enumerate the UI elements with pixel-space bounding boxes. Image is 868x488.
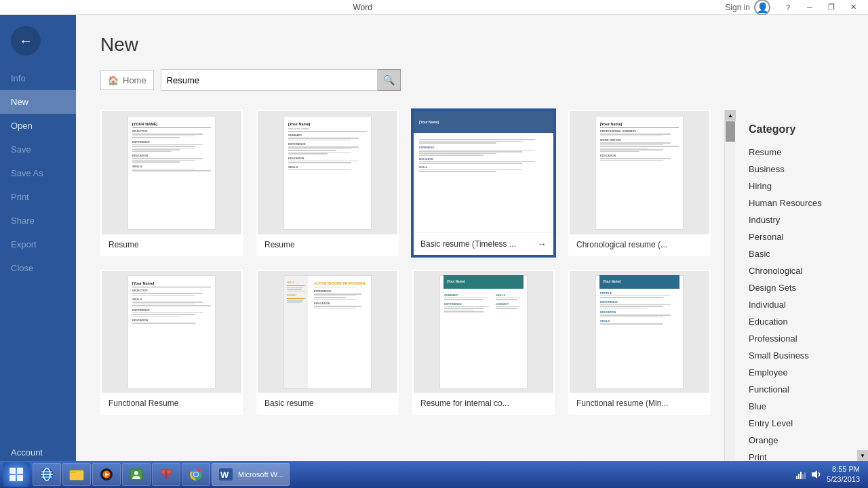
restore-button[interactable]: ❐ xyxy=(822,1,841,14)
mini-resume-basic: SKILLS CONTACT xyxy=(283,275,372,389)
taskbar-items: W Microsoft W... xyxy=(33,463,790,486)
mini-resume-chron: [Your Name] PROFESSIONAL SUMMARY WORK HI… xyxy=(595,116,684,230)
home-icon: 🏠 xyxy=(108,75,119,85)
svg-text:W: W xyxy=(220,470,229,480)
home-button[interactable]: 🏠 Home xyxy=(100,70,154,90)
sidebar-item-open[interactable]: Open xyxy=(0,114,76,138)
taskbar-item-word[interactable]: W Microsoft W... xyxy=(212,463,290,486)
taskbar-item-media[interactable] xyxy=(92,463,121,486)
template-card-basic[interactable]: SKILLS CONTACT xyxy=(256,270,399,415)
template-thumb-functional: [Your Name] OBJECTIVE SKILLS EXPERIENCE xyxy=(102,271,241,393)
svg-rect-25 xyxy=(796,476,797,479)
category-item-business[interactable]: Business 35 xyxy=(735,161,868,178)
templates-grid: [YOUR NAME] OBJECTIVE EXPERIENCE xyxy=(100,110,711,415)
mini-resume-plain1: [YOUR NAME] OBJECTIVE EXPERIENCE xyxy=(127,116,216,230)
sign-in-button[interactable]: Sign in 👤 xyxy=(719,0,776,17)
category-item-education[interactable]: Education 6 xyxy=(735,313,868,330)
svg-point-16 xyxy=(161,469,166,474)
mini-resume-func-min: [Your Name] PROFILE EXPERIENCE EDUCATION xyxy=(595,275,684,389)
category-item-individual[interactable]: Individual 11 xyxy=(735,296,868,313)
sidebar-item-new[interactable]: New xyxy=(0,90,76,114)
sidebar-item-save[interactable]: Save xyxy=(0,138,76,161)
search-input[interactable] xyxy=(161,69,378,91)
date: 5/23/2013 xyxy=(827,474,860,485)
template-card-timeless[interactable]: [Your Name] EXPERIENCE xyxy=(412,110,555,256)
help-button[interactable]: ? xyxy=(778,1,797,14)
cat-name-small-business: Small Business xyxy=(749,350,809,361)
sidebar-item-print[interactable]: Print xyxy=(0,185,76,209)
word-taskbar-label: Microsoft W... xyxy=(238,470,283,479)
category-item-entry-level[interactable]: Entry Level 3 xyxy=(735,415,868,432)
template-label-basic: Basic resume xyxy=(258,393,397,413)
search-button[interactable]: 🔍 xyxy=(378,69,401,91)
template-thumb-resume2: [Your Name] email | phone | address SUMM… xyxy=(258,111,397,235)
template-card-resume1[interactable]: [YOUR NAME] OBJECTIVE EXPERIENCE xyxy=(100,110,243,256)
sidebar-item-share[interactable]: Share xyxy=(0,209,76,232)
cat-name-orange: Orange xyxy=(749,435,778,445)
template-card-func-min[interactable]: [Your Name] PROFILE EXPERIENCE EDUCATION xyxy=(568,270,711,415)
content-area: New 🏠 Home 🔍 [YOUR NA xyxy=(76,15,868,488)
sidebar-item-saveas[interactable]: Save As xyxy=(0,161,76,185)
sidebar-item-info[interactable]: Info xyxy=(0,66,76,90)
mini-resume-func: [Your Name] OBJECTIVE SKILLS EXPERIENCE xyxy=(127,275,216,389)
category-item-blue[interactable]: Blue 3 xyxy=(735,398,868,415)
word-icon: W xyxy=(218,466,234,483)
scroll-down-button[interactable]: ▼ xyxy=(857,450,868,461)
cat-name-hiring: Hiring xyxy=(749,181,772,191)
taskbar-item-snipping[interactable] xyxy=(152,463,180,486)
taskbar-item-explorer[interactable] xyxy=(62,463,91,486)
cat-name-entry-level: Entry Level xyxy=(749,418,793,428)
category-item-design-sets[interactable]: Design Sets 14 xyxy=(735,279,868,296)
taskbar-item-ie[interactable] xyxy=(33,463,61,486)
template-label-functional: Functional Resume xyxy=(102,393,241,413)
category-item-industry[interactable]: Industry 31 xyxy=(735,211,868,228)
close-button[interactable]: ✕ xyxy=(844,1,863,14)
category-item-basic[interactable]: Basic 16 xyxy=(735,245,868,262)
category-scrollbar[interactable]: ▲ xyxy=(724,110,735,488)
sidebar-item-export[interactable]: Export xyxy=(0,232,76,256)
template-label-func-min: Functional resume (Min... xyxy=(570,393,709,413)
svg-point-15 xyxy=(134,471,138,475)
cat-name-design-sets: Design Sets xyxy=(749,283,796,293)
taskbar-item-chrome[interactable] xyxy=(182,463,210,486)
system-icons xyxy=(795,469,821,480)
category-item-hiring[interactable]: Hiring 35 xyxy=(735,178,868,195)
svg-rect-3 xyxy=(17,475,23,481)
chrome-icon xyxy=(188,466,204,483)
sidebar-item-close[interactable]: Close xyxy=(0,256,76,280)
time-display[interactable]: 8:55 PM 5/23/2013 xyxy=(827,464,860,485)
category-item-professional[interactable]: Professional 6 xyxy=(735,330,868,347)
category-item-functional[interactable]: Functional 4 xyxy=(735,381,868,398)
category-item-orange[interactable]: Orange 3 xyxy=(735,432,868,449)
svg-point-22 xyxy=(194,472,198,476)
category-item-personal[interactable]: Personal 24 xyxy=(735,228,868,245)
category-item-resume[interactable]: Resume 39 xyxy=(735,144,868,161)
category-item-chronological[interactable]: Chronological 16 xyxy=(735,262,868,279)
sidebar: ← Info New Open Save Save As Print Share… xyxy=(0,15,76,488)
svg-rect-1 xyxy=(17,468,23,474)
start-button[interactable] xyxy=(3,462,30,487)
template-card-resume2[interactable]: [Your Name] email | phone | address SUMM… xyxy=(256,110,399,256)
category-item-hr[interactable]: Human Resources 31 xyxy=(735,195,868,211)
taskbar-item-contacts[interactable] xyxy=(122,463,151,486)
template-thumb-internal: [Your Name] SUMMARY EXPERIENCE xyxy=(414,271,553,393)
scroll-up-button[interactable]: ▲ xyxy=(725,110,736,121)
template-card-internal[interactable]: [Your Name] SUMMARY EXPERIENCE xyxy=(412,270,555,415)
svg-point-17 xyxy=(166,469,172,474)
title-bar: Word Sign in 👤 ? ─ ❐ ✕ xyxy=(0,0,868,15)
template-card-chronological[interactable]: [Your Name] PROFESSIONAL SUMMARY WORK HI… xyxy=(568,110,711,256)
app-container: ← Info New Open Save Save As Print Share… xyxy=(0,15,868,488)
user-icon: 👤 xyxy=(754,0,770,16)
svg-rect-27 xyxy=(800,472,802,479)
category-item-employee[interactable]: Employee 4 xyxy=(735,364,868,381)
minimize-button[interactable]: ─ xyxy=(800,1,819,14)
cat-name-chronological: Chronological xyxy=(749,266,803,276)
template-card-functional[interactable]: [Your Name] OBJECTIVE SKILLS EXPERIENCE xyxy=(100,270,243,415)
templates-section: [YOUR NAME] OBJECTIVE EXPERIENCE xyxy=(100,110,724,488)
back-button[interactable]: ← xyxy=(11,26,41,56)
scroll-thumb[interactable] xyxy=(726,121,735,142)
category-item-small-business[interactable]: Small Business 5 xyxy=(735,347,868,364)
template-label-resume1: Resume xyxy=(102,235,241,255)
template-label-chronological: Chronological resume (... xyxy=(570,235,709,255)
category-title: Category xyxy=(735,117,868,144)
